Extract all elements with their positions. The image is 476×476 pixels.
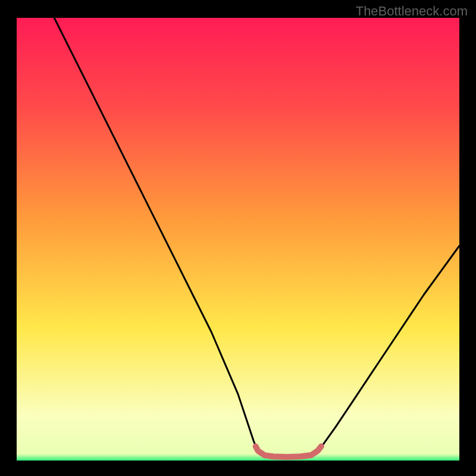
chart-plot-area (17, 18, 459, 461)
chart-svg (17, 18, 459, 461)
watermark-text: TheBottleneck.com (356, 4, 468, 19)
